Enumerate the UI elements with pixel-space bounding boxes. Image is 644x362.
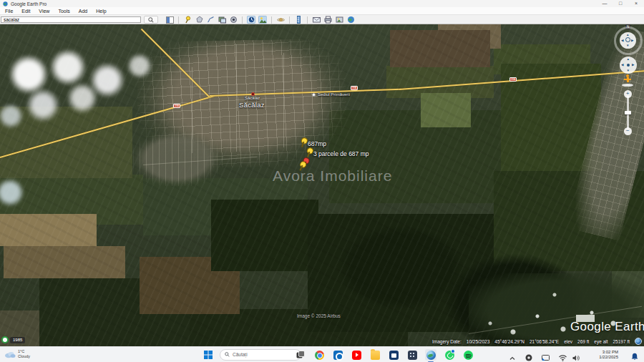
volume-icon[interactable]: [572, 351, 580, 362]
start-button[interactable]: [203, 350, 213, 360]
search-button[interactable]: [144, 16, 158, 24]
compass-ring[interactable]: ▲ ▼ ◀ ▶: [614, 26, 643, 55]
tray-date: 1/22/2025: [599, 355, 618, 360]
task-view-icon: [296, 351, 305, 359]
print-icon[interactable]: [323, 16, 332, 24]
whatsapp-icon: [445, 351, 454, 360]
spotify-button[interactable]: [462, 349, 474, 361]
window-title: Google Earth Pro: [11, 1, 47, 6]
maximize-button[interactable]: □: [613, 0, 628, 7]
whatsapp-button[interactable]: [444, 349, 455, 361]
add-polygon-icon[interactable]: [195, 16, 203, 24]
task-view-button[interactable]: [295, 349, 306, 361]
calculator-button[interactable]: [406, 349, 418, 361]
minimize-button[interactable]: —: [597, 0, 613, 7]
sunlight-icon[interactable]: [258, 16, 267, 24]
planets-icon[interactable]: [276, 16, 285, 24]
look-eye-icon: [625, 37, 630, 42]
look-down-arrow[interactable]: ▼: [626, 44, 629, 47]
look-joystick[interactable]: ▲ ▼ ◀ ▶: [620, 32, 636, 49]
tray-clock[interactable]: 3:02 PM 1/22/2025: [599, 350, 618, 360]
taskbar-search[interactable]: Căutați: [220, 349, 301, 361]
chrome-button[interactable]: [313, 349, 325, 361]
search-icon: [225, 352, 230, 357]
zoom-out-button[interactable]: −: [624, 127, 632, 135]
view-in-google-maps-icon[interactable]: [346, 16, 355, 24]
google-earth-button[interactable]: [425, 349, 436, 361]
cast-icon[interactable]: [542, 351, 550, 362]
calculator-icon: [408, 351, 417, 360]
move-right-arrow[interactable]: ▶: [632, 63, 634, 67]
look-left-arrow[interactable]: ◀: [621, 39, 623, 42]
weather-condition: Cloudy: [18, 354, 30, 359]
microsoft-store-button[interactable]: [388, 349, 399, 361]
ruler-icon[interactable]: [294, 16, 303, 24]
placemark-label-1: 687mp: [308, 140, 326, 147]
minor-road: [192, 67, 192, 153]
hidden-icons-chevron[interactable]: [509, 351, 515, 362]
poi-dot[interactable]: [312, 93, 316, 97]
whatsapp-notification-badge: [451, 349, 455, 353]
look-right-arrow[interactable]: ▶: [631, 39, 633, 42]
look-up-arrow[interactable]: ▲: [626, 33, 629, 36]
move-down-arrow[interactable]: ▼: [627, 69, 630, 72]
latitude-value: 45°46'24.29"N: [494, 339, 525, 344]
map-viewport[interactable]: 59A 59A 59A Săcălaz Săcălaz Sediul Primă…: [0, 24, 644, 346]
search-input[interactable]: [1, 16, 141, 23]
search-icon: [148, 17, 154, 23]
outlook-icon: [333, 351, 343, 360]
pegman-base: [622, 84, 633, 87]
menu-edit[interactable]: Edit: [21, 9, 30, 14]
locality-label: Săcălaz: [239, 101, 265, 109]
menu-add[interactable]: Add: [79, 9, 87, 14]
chrome-icon: [315, 351, 324, 360]
window-titlebar[interactable]: Google Earth Pro — □ ×: [0, 0, 644, 7]
menu-view[interactable]: View: [39, 9, 49, 14]
placemark-label-2: 3 parcele de 687 mp: [313, 150, 369, 157]
windows-logo-icon: [204, 351, 213, 359]
menu-help[interactable]: Help: [96, 9, 106, 14]
google-earth-icon: [426, 351, 436, 360]
zoom-slider-handle[interactable]: [625, 111, 631, 114]
outlook-button[interactable]: [332, 349, 343, 361]
weather-widget[interactable]: 1°C Cloudy: [4, 349, 30, 358]
app-globe-icon: [3, 1, 8, 6]
email-icon[interactable]: [312, 16, 321, 24]
move-left-arrow[interactable]: ◀: [621, 63, 623, 67]
sidebar-toggle-icon[interactable]: [165, 16, 174, 24]
folder-icon: [371, 351, 380, 360]
record-tour-icon[interactable]: [229, 16, 238, 24]
elevation-value: 269 ft: [577, 339, 589, 344]
add-image-overlay-icon[interactable]: [218, 16, 226, 24]
imagery-date-label: Imagery Date:: [432, 339, 462, 344]
menu-bar: File Edit View Tools Add Help: [0, 7, 644, 15]
screen: Google Earth Pro — □ × File Edit View To…: [0, 0, 644, 362]
wifi-icon[interactable]: [559, 351, 567, 362]
tray-time: 3:02 PM: [599, 350, 618, 355]
historical-imagery-icon[interactable]: [247, 16, 255, 24]
road-shield: 59A: [351, 86, 358, 90]
add-path-icon[interactable]: [206, 16, 215, 24]
poi-label: Sediul Primăverii: [318, 92, 350, 97]
move-up-arrow[interactable]: ▲: [627, 57, 630, 61]
elevation-label: elev: [564, 339, 572, 344]
google-earth-logo: Google Earth: [570, 320, 644, 334]
historical-imagery-chip[interactable]: 1985: [1, 336, 25, 343]
tray-app-icon[interactable]: [525, 351, 532, 362]
move-joystick[interactable]: ▲ ▼ ◀ ▶: [620, 57, 637, 74]
notification-bell-icon[interactable]: [631, 351, 638, 362]
spotify-icon: [464, 351, 473, 360]
pegman-street-view[interactable]: [624, 74, 631, 85]
close-button[interactable]: ×: [628, 0, 644, 7]
clouds: [0, 37, 186, 134]
menu-file[interactable]: File: [5, 9, 13, 14]
toolbar-separator: [307, 16, 308, 24]
menu-tools[interactable]: Tools: [58, 9, 69, 14]
youtube-button[interactable]: [351, 349, 362, 361]
file-explorer-button[interactable]: [369, 349, 381, 361]
cloud-small: [0, 178, 39, 207]
store-icon: [389, 351, 399, 360]
save-image-icon[interactable]: [335, 16, 343, 24]
add-placemark-icon[interactable]: [183, 16, 192, 24]
youtube-icon: [352, 351, 361, 360]
